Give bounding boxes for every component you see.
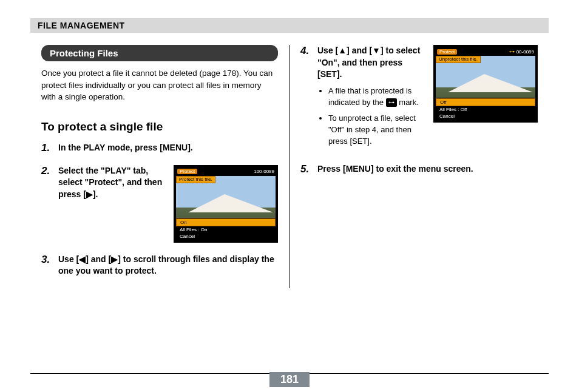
step-number: 1. [41, 142, 53, 154]
subsection-header: Protecting Files [41, 45, 278, 61]
camera-lcd-protect-off: Protect ⊶ 00-0089 Unprotect this file. O… [433, 45, 538, 123]
step-text: Use [◀] and [▶] to scroll through files … [58, 254, 278, 277]
list-item: To unprotect a file, select "Off" in ste… [328, 113, 426, 147]
lcd-menu: On All Files : On Cancel [176, 218, 276, 240]
page-footer: 181 [30, 373, 549, 374]
lcd-preview-image [176, 195, 276, 212]
page-number: 181 [269, 372, 310, 387]
lcd-topbar: Protect ⊶ 00-0089 [436, 47, 535, 56]
step-number: 5. [300, 163, 313, 175]
lcd-file-number: 00-0089 [516, 49, 534, 55]
lcd-subbar: Protect this file. [176, 176, 215, 183]
lcd-topbar-right: ⊶ 00-0089 [509, 49, 534, 55]
left-column: Protecting Files Once you protect a file… [30, 45, 290, 288]
chapter-header: FILE MANAGEMENT [30, 18, 549, 33]
step-4: 4. Use [▲] and [▼] to select "On", and t… [300, 45, 538, 152]
lcd-menu-item: All Files : Off [436, 106, 535, 113]
step-text: In the PLAY mode, press [MENU]. [58, 142, 278, 154]
step-1: 1. In the PLAY mode, press [MENU]. [41, 142, 278, 154]
section-title: To protect a single file [41, 120, 278, 133]
subsection-title: Protecting Files [50, 48, 118, 58]
lcd-menu-selected: Off [436, 98, 535, 106]
lcd-protect-label: Protect [177, 169, 197, 174]
step-text: Use [▲] and [▼] to select "On", and then… [317, 45, 426, 81]
protect-key-icon: ⊶ [386, 98, 397, 107]
step-text: Select the "PLAY" tab, select "Protect",… [58, 165, 166, 201]
chapter-title: FILE MANAGEMENT [38, 21, 125, 30]
step-5: 5. Press [MENU] to exit the menu screen. [300, 163, 538, 175]
camera-lcd-protect-on: Protect 100-0089 Protect this file. On A… [174, 165, 278, 243]
step-number: 3. [41, 254, 53, 277]
page-columns: Protecting Files Once you protect a file… [30, 45, 549, 288]
step-number: 4. [300, 45, 313, 152]
lcd-topbar: Protect 100-0089 [176, 167, 276, 176]
lcd-preview-image [436, 75, 535, 92]
lcd-menu-item: All Files : On [176, 226, 276, 233]
lcd-menu-selected: On [176, 218, 276, 226]
lcd-subbar: Unprotect this file. [436, 56, 481, 63]
list-item: A file that is protected is indicated by… [328, 86, 426, 109]
step-text: Press [MENU] to exit the menu screen. [317, 163, 538, 175]
lcd-menu-item: Cancel [176, 233, 276, 240]
intro-text: Once you protect a file it cannot be del… [41, 67, 278, 103]
right-column: 4. Use [▲] and [▼] to select "On", and t… [290, 45, 549, 288]
lcd-file-number: 100-0089 [254, 169, 274, 174]
step-3: 3. Use [◀] and [▶] to scroll through fil… [41, 254, 278, 277]
lcd-protect-label: Protect [437, 49, 457, 55]
step-2: 2. Select the "PLAY" tab, select "Protec… [41, 165, 278, 243]
bullet-text-b: mark. [399, 98, 419, 107]
protect-key-icon: ⊶ [509, 49, 515, 55]
step-4-bullets: A file that is protected is indicated by… [317, 86, 426, 147]
lcd-menu: Off All Files : Off Cancel [436, 98, 535, 120]
lcd-menu-item: Cancel [436, 113, 535, 120]
step-number: 2. [41, 165, 53, 243]
